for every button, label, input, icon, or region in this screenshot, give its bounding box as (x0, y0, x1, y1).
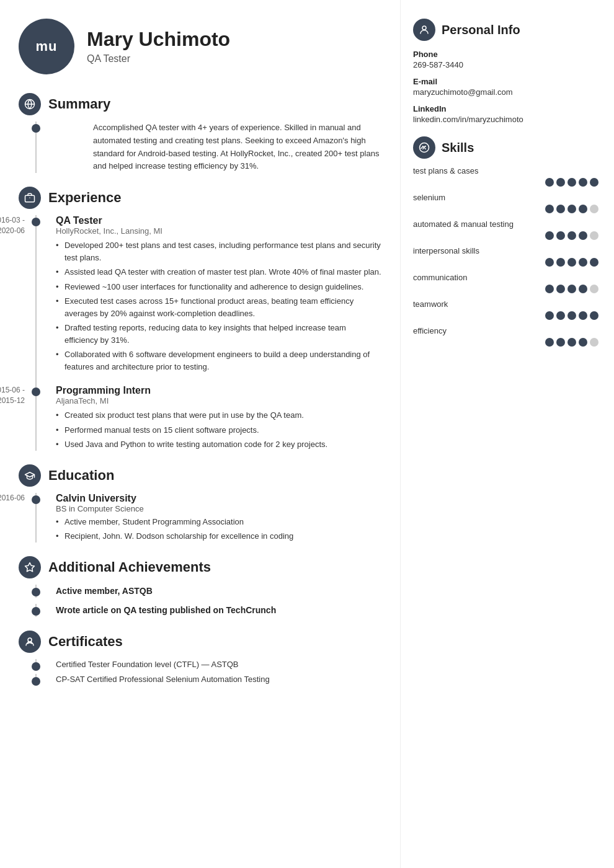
email-field: E-mail maryzuchimoto@gmail.com (413, 77, 598, 97)
achievement-text-1: Wrote article on QA testing published on… (56, 605, 276, 615)
bullet-item: Developed 200+ test plans and test cases… (56, 239, 381, 264)
summary-section: Summary Accomplished QA tester with 4+ y… (19, 93, 381, 173)
certificates-title: Certificates (48, 634, 123, 650)
skills-title: Skills (442, 141, 474, 155)
cert-dot-1 (32, 677, 40, 686)
summary-header: Summary (19, 93, 381, 115)
skill-name-2: automated & manual testing (413, 219, 598, 229)
experience-header: Experience (19, 187, 381, 209)
summary-wrapper: Accomplished QA tester with 4+ years of … (19, 122, 381, 173)
dot-filled (556, 285, 565, 293)
dot-filled (567, 258, 576, 267)
header-info: Mary Uchimoto QA Tester (87, 29, 230, 64)
cert-text-1: CP-SAT Certified Professional Selenium A… (56, 675, 270, 684)
avatar: mu (19, 19, 74, 74)
edu-degree-0: BS in Computer Science (56, 504, 381, 513)
job-company-1: AljanaTech, MI (56, 396, 381, 405)
skill-row-3: interpersonal skills (413, 246, 598, 267)
job-date-1: 2015-06 - 2015-12 (0, 385, 25, 406)
dot-filled (556, 338, 565, 347)
svg-marker-4 (25, 562, 35, 571)
cert-item-1: CP-SAT Certified Professional Selenium A… (19, 674, 381, 684)
edu-dot-0 (32, 495, 40, 504)
personal-info-icon (413, 19, 435, 41)
dot-filled (556, 258, 565, 267)
skill-name-3: interpersonal skills (413, 246, 598, 255)
summary-icon (19, 93, 41, 115)
job-subtitle: QA Tester (87, 53, 230, 64)
achievement-dot-1 (32, 607, 40, 616)
dot-filled (590, 178, 598, 187)
skill-dots-4 (413, 285, 598, 293)
dot-filled (545, 231, 554, 240)
skill-name-6: efficiency (413, 326, 598, 335)
phone-value: 269-587-3440 (413, 60, 598, 69)
skill-row-1: selenium (413, 193, 598, 213)
dot-filled (567, 205, 576, 213)
job-title-0: QA Tester (56, 215, 381, 226)
edu-item-0: 2016-06 Calvin University BS in Computer… (56, 493, 381, 542)
dot-filled (545, 258, 554, 267)
bullet-item: Used Java and Python to write testing au… (56, 438, 381, 451)
bullet-item: Performed manual tests on 15 client soft… (56, 424, 381, 436)
education-section: Education 2016-06 Calvin University BS i… (19, 464, 381, 542)
certificates-icon (19, 631, 41, 653)
dot-filled (556, 205, 565, 213)
edu-bullets-0: Active member, Student Programming Assoc… (56, 516, 381, 542)
summary-dot (32, 124, 40, 133)
job-bullets-1: Created six product test plans that were… (56, 409, 381, 451)
achievement-item-1: Wrote article on QA testing published on… (19, 604, 381, 617)
dot-filled (545, 338, 554, 347)
phone-field: Phone 269-587-3440 (413, 50, 598, 69)
dot-filled (590, 311, 598, 320)
achievements-header: Additional Achievements (19, 556, 381, 578)
dot-filled (567, 285, 576, 293)
edu-school-0: Calvin University (56, 493, 381, 504)
skill-name-5: teamwork (413, 299, 598, 309)
dot-filled (579, 338, 587, 347)
skills-header: Skills (413, 136, 598, 159)
skill-dots-6 (413, 338, 598, 347)
skill-name-1: selenium (413, 193, 598, 202)
job-title-1: Programming Intern (56, 385, 381, 396)
linkedin-field: LinkedIn linkedin.com/in/maryzuchimoto (413, 104, 598, 124)
dot-filled (567, 231, 576, 240)
dot-filled (545, 178, 554, 187)
skill-row-6: efficiency (413, 326, 598, 347)
education-icon (19, 464, 41, 487)
skill-dots-5 (413, 311, 598, 320)
dot-empty (590, 338, 598, 347)
certificates-header: Certificates (19, 631, 381, 653)
email-value: maryzuchimoto@gmail.com (413, 87, 598, 97)
skill-name-0: test plans & cases (413, 166, 598, 175)
skill-dots-0 (413, 178, 598, 187)
dot-filled (545, 205, 554, 213)
experience-section: Experience 2016-03 - 2020-06 QA Tester H… (19, 187, 381, 451)
skills-icon (413, 136, 435, 159)
dot-filled (567, 178, 576, 187)
bullet-item: Drafted testing reports, reducing data t… (56, 322, 381, 346)
job-dot-0 (32, 218, 40, 226)
resume-header: mu Mary Uchimoto QA Tester (19, 19, 381, 74)
job-item-1: 2015-06 - 2015-12 Programming Intern Alj… (56, 385, 381, 451)
dot-empty (590, 285, 598, 293)
phone-label: Phone (413, 50, 598, 59)
experience-timeline: 2016-03 - 2020-06 QA Tester HollyRocket,… (19, 215, 381, 451)
job-item-0: 2016-03 - 2020-06 QA Tester HollyRocket,… (56, 215, 381, 373)
dot-empty (590, 205, 598, 213)
bullet-item: Active member, Student Programming Assoc… (56, 516, 381, 528)
cert-item-0: Certified Tester Foundation level (CTFL)… (19, 659, 381, 669)
dot-filled (556, 231, 565, 240)
certificates-section: Certificates Certified Tester Foundation… (19, 631, 381, 684)
bullet-item: Created six product test plans that were… (56, 409, 381, 422)
svg-rect-2 (25, 195, 35, 202)
bullet-item: Assisted lead QA tester with creation of… (56, 266, 381, 278)
dot-filled (545, 311, 554, 320)
dot-filled (567, 311, 576, 320)
bullet-item: Reviewed ~100 user interfaces for functi… (56, 281, 381, 293)
job-dot-1 (32, 388, 40, 396)
skill-row-2: automated & manual testing (413, 219, 598, 240)
education-title: Education (48, 467, 114, 484)
svg-point-6 (422, 26, 426, 30)
job-company-0: HollyRocket, Inc., Lansing, MI (56, 226, 381, 236)
